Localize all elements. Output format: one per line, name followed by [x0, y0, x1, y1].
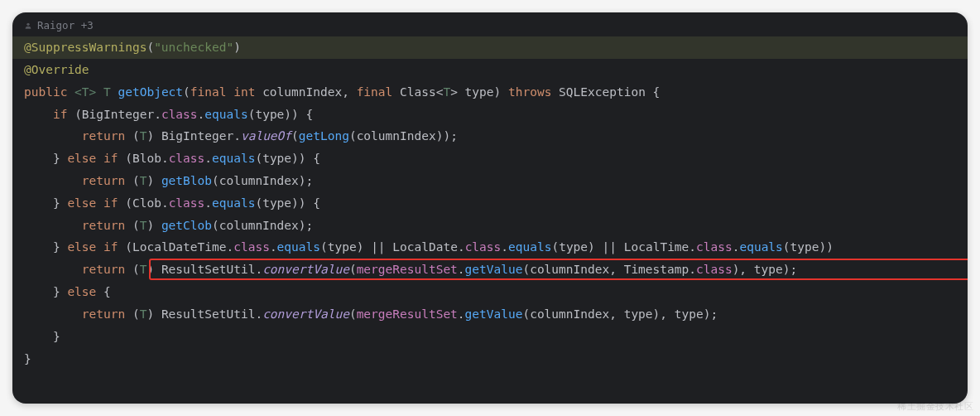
code-body[interactable]: @SuppressWarnings("unchecked") @Override…	[12, 36, 968, 378]
code-line[interactable]: if (BigInteger.class.equals(type)) {	[12, 104, 968, 126]
class-literal: class	[696, 263, 733, 276]
paren: )	[588, 240, 602, 254]
comma: ,	[660, 307, 674, 321]
arg: columnIndex	[530, 307, 609, 321]
paren: (	[183, 85, 190, 99]
method-call: getClob	[161, 219, 212, 232]
user-icon	[24, 22, 32, 30]
dot: .	[689, 263, 696, 276]
keyword: final	[190, 85, 233, 99]
paren: (	[349, 307, 357, 321]
method-call: equals	[204, 108, 247, 121]
keyword: if	[53, 108, 74, 121]
generic: T	[103, 85, 118, 99]
parameter: type	[465, 85, 494, 99]
dot: .	[255, 263, 262, 276]
annotation: @SuppressWarnings	[24, 41, 147, 54]
code-line[interactable]: } else {	[12, 281, 968, 303]
paren: (	[132, 307, 140, 321]
code-line[interactable]: } else if (LocalDateTime.class.equals(ty…	[12, 236, 968, 259]
method-call: equals	[277, 240, 320, 254]
paren: (	[320, 240, 328, 254]
class-literal: class	[169, 152, 205, 165]
indent	[24, 174, 82, 187]
class-literal: class	[169, 196, 205, 210]
paren: (	[255, 196, 262, 210]
class-literal: class	[465, 240, 502, 254]
field-ref: mergeResultSet	[357, 263, 458, 276]
dot: .	[270, 240, 277, 254]
paren: )	[147, 307, 161, 321]
paren: )	[233, 41, 241, 54]
class-literal: class	[233, 240, 270, 254]
code-line[interactable]: @Override	[12, 59, 968, 81]
code-line[interactable]: return (T) getClob(columnIndex);	[12, 215, 968, 237]
dot: .	[458, 263, 465, 276]
keyword: return	[82, 129, 132, 143]
semicolon: ;	[306, 219, 314, 232]
code-editor-frame: Raigor +3 @SuppressWarnings("unchecked")…	[12, 12, 968, 404]
paren: )	[291, 108, 305, 121]
paren: (	[212, 219, 219, 232]
dot: .	[689, 240, 696, 254]
static-method: convertValue	[262, 263, 349, 276]
static-method: convertValue	[262, 307, 349, 321]
code-line[interactable]: @SuppressWarnings("unchecked")	[12, 36, 968, 59]
dot: .	[233, 129, 241, 143]
class-ref: LocalTime	[624, 240, 689, 254]
paren: (	[132, 129, 140, 143]
annotation: @Override	[24, 63, 89, 76]
method-call: equals	[212, 196, 255, 210]
class-ref: BigInteger	[161, 129, 233, 143]
field-ref: mergeResultSet	[357, 307, 458, 321]
keyword: else	[67, 152, 103, 165]
brace: }	[53, 196, 67, 210]
semicolon: ;	[306, 174, 314, 187]
paren: )	[147, 219, 161, 232]
brace: }	[53, 152, 67, 165]
keyword: throws	[508, 85, 559, 99]
arg: type	[328, 240, 357, 254]
paren: )	[494, 85, 508, 99]
method-call: equals	[739, 240, 782, 254]
generic: T	[443, 85, 450, 99]
arg: columnIndex	[219, 174, 299, 187]
arg: type	[262, 196, 291, 210]
code-line[interactable]: } else if (Blob.class.equals(type)) {	[12, 148, 968, 170]
paren: )	[284, 108, 291, 121]
paren: (	[147, 41, 154, 54]
keyword: else	[67, 196, 103, 210]
code-line[interactable]: return (T) getBlob(columnIndex);	[12, 170, 968, 192]
indent	[24, 263, 82, 276]
code-line[interactable]: public <T> T getObject(final int columnI…	[12, 81, 968, 104]
keyword: final	[357, 85, 400, 99]
keyword: return	[82, 263, 132, 276]
code-line[interactable]: return (T) ResultSetUtil.convertValue(me…	[12, 303, 968, 326]
keyword: return	[82, 219, 132, 232]
dot: .	[204, 152, 212, 165]
paren: (	[522, 307, 530, 321]
brace: {	[306, 108, 314, 121]
dot: .	[204, 196, 212, 210]
comma: ,	[609, 307, 623, 321]
class-ref: Timestamp	[624, 263, 689, 276]
method-call: equals	[212, 152, 255, 165]
keyword: if	[103, 152, 125, 165]
paren: )	[147, 129, 161, 143]
paren: )	[299, 219, 306, 232]
class-ref: Clob	[132, 196, 161, 210]
dot: .	[154, 108, 161, 121]
code-line[interactable]: } else if (Clob.class.equals(type)) {	[12, 192, 968, 215]
code-line[interactable]: return (T) BigInteger.valueOf(getLong(co…	[12, 125, 968, 148]
brace: {	[313, 196, 320, 210]
dot: .	[198, 108, 205, 121]
class-ref: LocalDateTime	[132, 240, 227, 254]
class-ref: Blob	[132, 152, 161, 165]
keyword: if	[103, 240, 125, 254]
indent	[24, 108, 53, 121]
code-line[interactable]: }	[12, 348, 968, 370]
code-line[interactable]: return (T) ResultSetUtil.convertValue(me…	[12, 259, 968, 281]
comma: ,	[609, 263, 623, 276]
indent	[24, 129, 82, 143]
code-line[interactable]: }	[12, 326, 968, 348]
